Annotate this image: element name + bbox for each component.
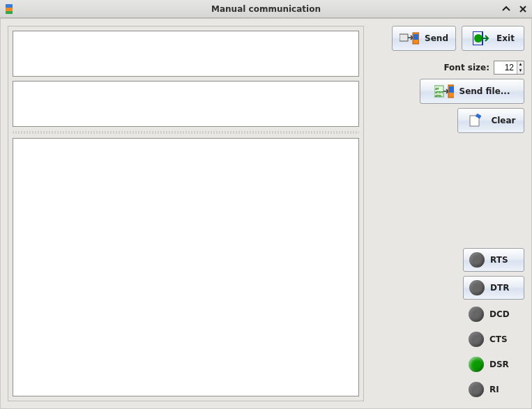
send-icon (400, 31, 419, 46)
cts-led (469, 332, 484, 347)
cts-indicator: CTS (463, 329, 524, 350)
controls-column: Send Exit Font size: ▴ ▾ (371, 26, 524, 401)
svg-rect-0 (6, 4, 13, 8)
font-size-label: Font size: (443, 63, 489, 72)
title-bar: Manual communication (0, 0, 532, 18)
dcd-indicator: DCD (463, 304, 524, 325)
ri-led (469, 382, 484, 397)
send-label: Send (425, 33, 448, 43)
dtr-led (469, 280, 485, 295)
clear-button[interactable]: Clear (457, 108, 524, 133)
svg-rect-2 (6, 11, 13, 14)
text-panels (8, 26, 364, 401)
rts-label: RTS (490, 255, 508, 265)
send-file-label: Send file... (459, 86, 510, 96)
svg-rect-3 (400, 34, 408, 41)
exit-button[interactable]: Exit (462, 26, 524, 51)
ri-label: RI (489, 385, 499, 394)
app-icon (4, 4, 14, 14)
splitter[interactable] (13, 131, 359, 134)
svg-text:ATH: ATH (435, 94, 441, 98)
dtr-label: DTR (490, 283, 509, 293)
svg-rect-5 (413, 34, 418, 40)
send-file-button[interactable]: AT ATDT ATH Send file... (420, 79, 524, 104)
close-icon[interactable] (518, 4, 528, 14)
send-file-icon: AT ATDT ATH (434, 84, 454, 99)
font-size-down[interactable]: ▾ (517, 68, 524, 74)
dsr-indicator: DSR (463, 354, 524, 375)
svg-rect-1 (6, 8, 13, 11)
clear-label: Clear (491, 116, 515, 125)
clear-icon (466, 113, 485, 128)
minimize-max-icon[interactable] (501, 4, 511, 14)
tx-input[interactable] (13, 31, 359, 77)
cts-label: CTS (489, 334, 508, 344)
window-title: Manual communication (0, 4, 532, 14)
font-size-input[interactable] (494, 61, 517, 74)
font-size-spinner[interactable]: ▴ ▾ (494, 61, 524, 75)
dsr-label: DSR (489, 360, 509, 369)
rx-output[interactable] (13, 138, 359, 396)
client-area: Send Exit Font size: ▴ ▾ (0, 18, 532, 409)
dcd-led (469, 307, 484, 322)
dsr-led (469, 357, 484, 372)
send-button[interactable]: Send (392, 26, 456, 51)
exit-label: Exit (496, 33, 515, 43)
echo-output[interactable] (13, 81, 359, 127)
dtr-toggle[interactable]: DTR (463, 276, 524, 300)
rts-toggle[interactable]: RTS (463, 248, 524, 272)
ri-indicator: RI (463, 379, 524, 400)
font-size-up[interactable]: ▴ (517, 61, 524, 68)
exit-icon (471, 31, 491, 46)
rts-led (469, 252, 485, 268)
svg-rect-13 (449, 86, 454, 93)
signal-indicators: RTS DTR DCD CTS DSR RI (371, 248, 524, 400)
dcd-label: DCD (489, 309, 510, 319)
